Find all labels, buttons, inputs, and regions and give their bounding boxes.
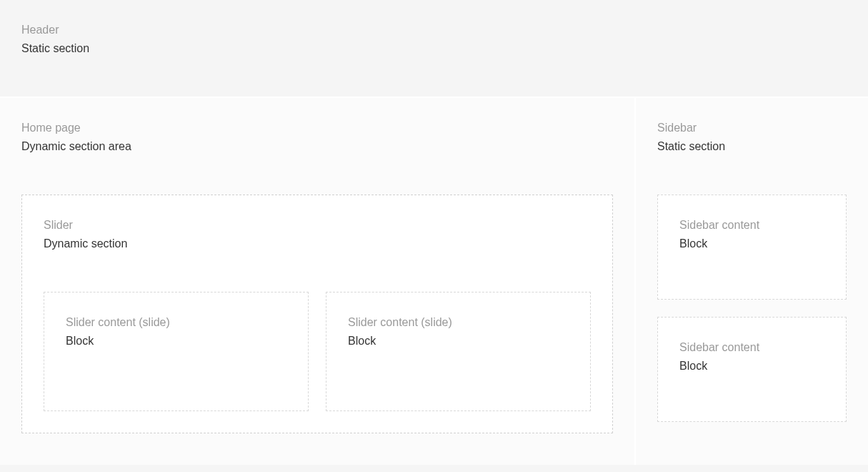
sidebar-block-label: Sidebar content bbox=[679, 339, 824, 356]
sidebar-block: Sidebar content Block bbox=[657, 317, 847, 422]
slide-label: Slider content (slide) bbox=[66, 314, 286, 331]
slide-desc: Block bbox=[66, 333, 286, 350]
main-area: Home page Dynamic section area Slider Dy… bbox=[0, 98, 636, 465]
sidebar-area: Sidebar Static section Sidebar content B… bbox=[636, 98, 868, 465]
header-label: Header bbox=[21, 21, 847, 39]
slider-section: Slider Dynamic section Slider content (s… bbox=[21, 195, 613, 433]
content-row: Home page Dynamic section area Slider Dy… bbox=[0, 98, 868, 465]
header-section: Header Static section bbox=[0, 0, 868, 98]
header-desc: Static section bbox=[21, 40, 847, 57]
sidebar-block-desc: Block bbox=[679, 358, 824, 375]
slide-desc: Block bbox=[348, 333, 569, 350]
sidebar-block-desc: Block bbox=[679, 235, 824, 252]
sidebar-blocks: Sidebar content Block Sidebar content Bl… bbox=[657, 195, 847, 422]
slider-desc: Dynamic section bbox=[44, 235, 591, 252]
slide-block: Slider content (slide) Block bbox=[326, 292, 591, 411]
slides-row: Slider content (slide) Block Slider cont… bbox=[44, 292, 591, 411]
sidebar-block-label: Sidebar content bbox=[679, 217, 824, 234]
sidebar-block: Sidebar content Block bbox=[657, 195, 847, 300]
slider-label: Slider bbox=[44, 217, 591, 234]
main-desc: Dynamic section area bbox=[21, 138, 613, 155]
main-label: Home page bbox=[21, 119, 613, 137]
sidebar-label: Sidebar bbox=[657, 119, 847, 137]
sidebar-desc: Static section bbox=[657, 138, 847, 155]
slide-label: Slider content (slide) bbox=[348, 314, 569, 331]
slide-block: Slider content (slide) Block bbox=[44, 292, 309, 411]
